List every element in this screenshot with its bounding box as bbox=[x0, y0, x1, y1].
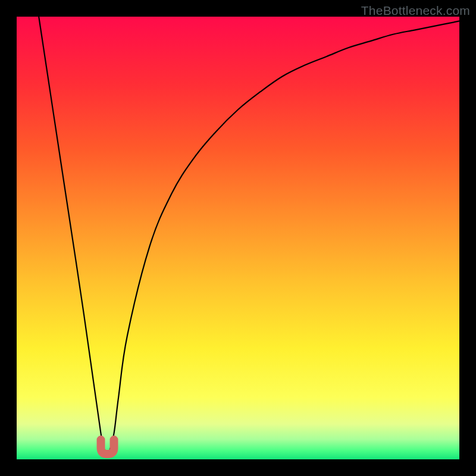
bottleneck-curve bbox=[17, 17, 459, 459]
chart-frame: TheBottleneck.com bbox=[0, 0, 476, 476]
watermark-text: TheBottleneck.com bbox=[361, 4, 470, 18]
curve-path bbox=[39, 17, 459, 452]
cusp-marker bbox=[101, 440, 114, 454]
plot-area bbox=[17, 17, 459, 459]
